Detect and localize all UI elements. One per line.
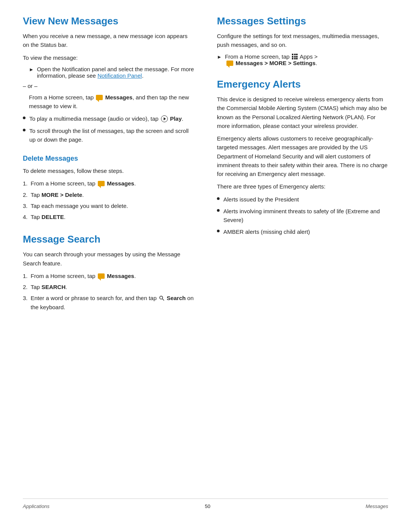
messages-settings-title: Messages Settings: [217, 15, 388, 27]
bullet-dot-imminent: [217, 209, 220, 212]
bullet-dot-amber: [217, 230, 220, 232]
alert-bullet-amber: AMBER alerts (missing child alert): [217, 227, 388, 236]
delete-step-3: 3. Tap each message you want to delete.: [23, 201, 194, 210]
messages-settings-section: Messages Settings Configure the settings…: [217, 15, 388, 66]
bullet-item-play: To play a multimedia message (audio or v…: [23, 114, 194, 123]
emergency-alerts-title: Emergency Alerts: [217, 78, 388, 90]
bullet-dot-2: [23, 129, 25, 131]
or-divider: – or –: [23, 83, 194, 89]
footer-right: Messages: [366, 503, 388, 509]
alert-bullet-president: Alerts issued by the President: [217, 195, 388, 204]
notification-panel-item: ► Open the Notification panel and select…: [29, 66, 194, 79]
notification-panel-text: Open the Notification panel and select t…: [37, 66, 194, 79]
apps-icon: [292, 54, 298, 59]
view-new-messages-intro: When you receive a new message, a new me…: [23, 32, 194, 50]
to-view-label: To view the message:: [23, 53, 194, 62]
search-step-3: 3. Enter a word or phrase to search for,…: [23, 294, 194, 312]
emergency-alerts-section: Emergency Alerts This device is designed…: [217, 78, 388, 236]
page-footer: Applications 50 Messages: [23, 498, 388, 509]
messages-icon-settings: [226, 61, 233, 66]
messages-icon-search: [98, 273, 105, 279]
message-search-title: Message Search: [23, 233, 194, 245]
delete-step-4: 4. Tap DELETE.: [23, 212, 194, 221]
messages-icon-delete: [98, 181, 105, 186]
footer-left: Applications: [23, 503, 49, 509]
search-icon: [159, 296, 164, 301]
delete-step-2: 2. Tap MORE > Delete.: [23, 190, 194, 199]
message-search-steps: 1. From a Home screen, tap Messages. 2. …: [23, 272, 194, 312]
delete-messages-title: Delete Messages: [23, 155, 194, 163]
emergency-alerts-bullets: Alerts issued by the President Alerts in…: [217, 195, 388, 236]
delete-messages-intro: To delete messages, follow these steps.: [23, 166, 194, 175]
two-column-layout: View New Messages When you receive a new…: [23, 15, 388, 498]
message-search-intro: You can search through your messages by …: [23, 250, 194, 268]
delete-messages-steps: 1. From a Home screen, tap Messages. 2. …: [23, 179, 194, 221]
alert-bullet-imminent: Alerts involving imminent threats to saf…: [217, 207, 388, 225]
view-messages-bullets: To play a multimedia message (audio or v…: [23, 114, 194, 144]
messages-icon: [96, 95, 103, 100]
delete-step-1: 1. From a Home screen, tap Messages.: [23, 179, 194, 188]
settings-path-text: From a Home screen, tap Apps > Messages …: [225, 53, 318, 67]
view-new-messages-title: View New Messages: [23, 15, 194, 27]
svg-point-0: [159, 296, 162, 299]
emergency-alerts-para1: This device is designed to receive wirel…: [217, 95, 388, 130]
emergency-alerts-para2: Emergency alerts allows customers to rec…: [217, 134, 388, 178]
notification-panel-link[interactable]: Notification Panel: [97, 72, 142, 79]
three-types-label: There are three types of Emergency alert…: [217, 182, 388, 191]
messages-settings-intro: Configure the settings for text messages…: [217, 32, 388, 50]
right-column: Messages Settings Configure the settings…: [217, 15, 388, 498]
search-step-2: 2. Tap SEARCH.: [23, 283, 194, 291]
arrow-right-icon-settings: ►: [217, 54, 222, 60]
bullet-item-scroll: To scroll through the list of messages, …: [23, 126, 194, 144]
footer-page-number: 50: [205, 503, 210, 509]
delete-messages-section: Delete Messages To delete messages, foll…: [23, 155, 194, 221]
bullet-dot: [23, 117, 25, 119]
settings-arrow-item: ► From a Home screen, tap Apps > Message…: [217, 53, 388, 67]
view-new-messages-section: View New Messages When you receive a new…: [23, 15, 194, 144]
arrow-right-icon: ►: [29, 67, 34, 72]
left-column: View New Messages When you receive a new…: [23, 15, 194, 498]
search-step-1: 1. From a Home screen, tap Messages.: [23, 272, 194, 280]
play-icon: [161, 115, 168, 122]
from-home-messages-text: From a Home screen, tap Messages, and th…: [29, 93, 194, 111]
svg-line-1: [162, 299, 164, 300]
bullet-dot-president: [217, 197, 220, 200]
message-search-section: Message Search You can search through yo…: [23, 233, 194, 312]
page-container: View New Messages When you receive a new…: [0, 0, 411, 532]
